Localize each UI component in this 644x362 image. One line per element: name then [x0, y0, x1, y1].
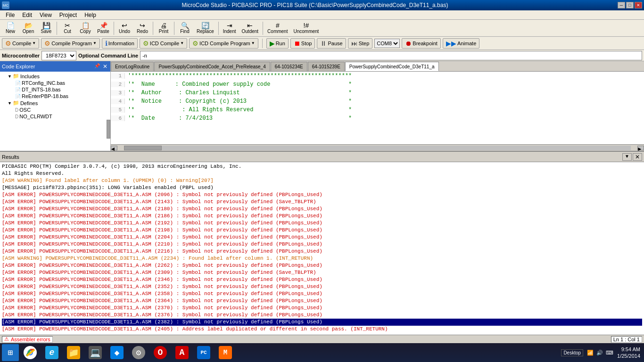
animate-button[interactable]: ▶▶ Animate	[443, 38, 479, 49]
cut-button[interactable]: ✂ Cut	[59, 21, 76, 36]
tab-errorlogroutine[interactable]: ErrorLogRoutine	[111, 62, 154, 71]
code-line-2: 2'* Name : Combined power supply code *	[111, 80, 644, 89]
main-area: Code Explorer 📌 ✕ ▼ 📁 Includes📄 RTConfig…	[0, 61, 644, 335]
toolbar-separator-2	[114, 22, 114, 35]
toolbar-separator-3	[153, 22, 153, 35]
results-content[interactable]: PICBASIC PRO(TM) Compiler 3.0.7.4, (c) 1…	[0, 162, 644, 335]
sidebar-pin-icon[interactable]: 📌	[93, 63, 101, 70]
scroll-track[interactable]	[124, 146, 631, 150]
step-icon: ⏭	[351, 40, 358, 47]
statusbar: ⚠ Assembler errors Ln 1 : Col 1	[0, 335, 644, 343]
taskbar-opera[interactable]: O	[150, 344, 171, 361]
find-button[interactable]: 🔍 Find	[176, 21, 193, 36]
icd-compile-button[interactable]: ⚙ ICD Compile ▼	[140, 38, 187, 49]
close-button[interactable]: ✕	[635, 2, 642, 8]
results-close-icon[interactable]: ✕	[633, 153, 642, 161]
compile-dropdown-arrow: ▼	[32, 41, 36, 45]
undo-button[interactable]: ↩ Undo	[116, 21, 133, 36]
new-icon: 📄	[7, 22, 15, 29]
breakpoint-icon: ⏺	[405, 40, 412, 47]
minimize-button[interactable]: ─	[618, 2, 625, 8]
scroll-left-arrow[interactable]: ◄	[111, 146, 117, 150]
indent-button[interactable]: ⇥ Indent	[221, 21, 239, 36]
sidebar-close-icon[interactable]: ✕	[102, 63, 108, 70]
icd-compile-program-button[interactable]: ⚙ ICD Compile Program ▼	[189, 38, 258, 49]
sidebar-item-Includes[interactable]: ▼ 📁 Includes	[0, 73, 110, 80]
copy-button[interactable]: 📋 Copy	[77, 21, 94, 36]
result-line: [ASM ERROR] POWERSUPPLYCOMBINEDCODE_D3ET…	[2, 262, 642, 269]
app-icon: MC	[2, 1, 9, 9]
print-button[interactable]: 🖨 Print	[155, 21, 172, 36]
result-line: [ASM ERROR] POWERSUPPLYCOMBINEDCODE_D3ET…	[2, 319, 642, 326]
tab-64-1016234e[interactable]: 64-1016234E	[271, 62, 307, 71]
results-dropdown-arrow[interactable]: ▼	[622, 153, 632, 161]
taskbar-dropbox[interactable]: ◆	[107, 344, 127, 361]
replace-button[interactable]: 🔄 Replace	[194, 21, 216, 36]
line-number: 6	[111, 115, 125, 121]
taskbar-pc[interactable]: 💻	[85, 344, 106, 361]
menubar: File Edit View Project Help	[0, 10, 644, 20]
taskbar-settings[interactable]: ⚙	[128, 344, 149, 361]
scroll-right-arrow[interactable]: ►	[637, 146, 644, 150]
breakpoint-button[interactable]: ⏺ Breakpoint	[402, 38, 441, 49]
compile-program-button[interactable]: ⚙ Compile Program ▼	[41, 38, 100, 49]
compile-button[interactable]: ⚙ Compile ▼	[2, 38, 39, 49]
paste-button[interactable]: 📌 Paste	[95, 21, 112, 36]
open-button[interactable]: 📂 Open	[20, 21, 37, 36]
step-button[interactable]: ⏭ Step	[348, 38, 373, 49]
command-line-input[interactable]	[140, 51, 642, 60]
toolbar-separator-4	[174, 22, 174, 35]
microcontroller-select[interactable]: 18F8723	[41, 51, 76, 60]
save-button[interactable]: 💾 Save	[38, 21, 55, 36]
sidebar-item-NO_CLRWDT[interactable]: D NO_CLRWDT	[0, 113, 110, 120]
uncomment-button[interactable]: !# Uncomment	[291, 21, 321, 36]
taskbar-mstudio[interactable]: M	[215, 344, 236, 361]
tab-powersupply-d3et11[interactable]: PowerSupplyCombinedCode_D3eT11_a	[345, 62, 439, 71]
comment-button[interactable]: # Comment	[265, 21, 290, 36]
stop-button[interactable]: ⏹ Stop	[290, 38, 315, 49]
status-error-section: ⚠ Assembler errors	[2, 336, 53, 343]
sidebar-item-RTConfig_INC-bas[interactable]: 📄 RTConfig_INC.bas	[0, 80, 110, 86]
taskbar-desktop-label[interactable]: Desktop	[561, 349, 583, 356]
paste-icon: 📌	[99, 22, 107, 29]
maximize-button[interactable]: □	[626, 2, 634, 8]
tab-powersupply-accel[interactable]: PowerSupplyCombinedCode_Accel_PreRelease…	[154, 62, 270, 71]
line-number: 3	[111, 90, 125, 96]
new-button[interactable]: 📄 New	[2, 21, 19, 36]
menu-view[interactable]: View	[36, 11, 56, 19]
outdent-icon: ⇤	[247, 22, 253, 29]
information-button[interactable]: ℹ Information	[102, 38, 138, 49]
menu-edit[interactable]: Edit	[18, 11, 36, 19]
pc-icon: 💻	[89, 346, 102, 359]
outdent-button[interactable]: ⇤ Outdent	[239, 21, 261, 36]
tab-64-1015239e[interactable]: 64-1015239E	[308, 62, 345, 71]
error-icon: ⚠	[4, 336, 9, 342]
taskbar-chrome[interactable]	[20, 344, 41, 361]
taskbar-adobe[interactable]: A	[172, 344, 192, 361]
taskbar-pcmatic[interactable]: PC	[193, 344, 214, 361]
code-editor[interactable]: 1'**************************************…	[111, 72, 644, 144]
sidebar-item-DT_INTS-18-bas[interactable]: 📄 DT_INTS-18.bas	[0, 86, 110, 93]
menu-help[interactable]: Help	[81, 11, 100, 19]
chrome-icon	[24, 346, 37, 359]
code-horizontal-scrollbar[interactable]: ◄ ►	[111, 144, 644, 151]
mstudio-icon: M	[219, 346, 232, 359]
taskbar-explorer[interactable]: 📁	[63, 344, 84, 361]
scroll-thumb[interactable]	[124, 146, 162, 150]
pause-button[interactable]: ⏸ Pause	[317, 38, 346, 49]
redo-button[interactable]: ↪ Redo	[134, 21, 151, 36]
result-line: [ASM ERROR] POWERSUPPLYCOMBINEDCODE_D3ET…	[2, 248, 642, 255]
sidebar-item-ReEnterPBP-18-bas[interactable]: 📄 ReEnterPBP-18.bas	[0, 93, 110, 99]
mc-bar: Microcontroller 18F8723 Optional Command…	[0, 50, 644, 61]
sidebar-item-Defines[interactable]: ▼ 📁 Defines	[0, 99, 110, 107]
menu-file[interactable]: File	[2, 11, 18, 19]
sidebar-item-OSC[interactable]: D OSC	[0, 107, 110, 113]
menu-project[interactable]: Project	[56, 11, 81, 19]
open-icon: 📂	[25, 22, 33, 29]
start-button[interactable]: ⊞	[2, 344, 19, 361]
compile-toolbar: ⚙ Compile ▼ ⚙ Compile Program ▼ ℹ Inform…	[0, 37, 644, 50]
run-button[interactable]: ▶ Run	[266, 38, 289, 49]
settings-icon: ⚙	[132, 346, 145, 359]
taskbar-ie[interactable]: e	[41, 344, 62, 361]
com-port-select[interactable]: COM8	[374, 39, 400, 48]
